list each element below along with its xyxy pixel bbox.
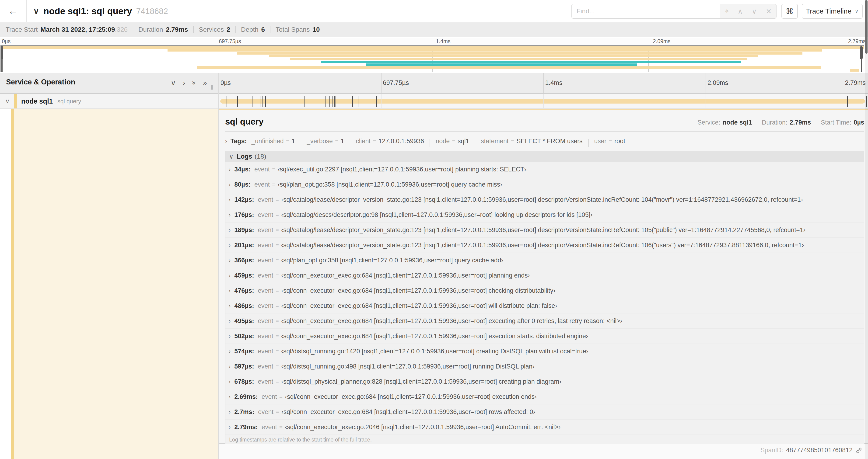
- equals-sign: =: [276, 227, 279, 233]
- logs-footer-note: Log timestamps are relative to the start…: [225, 435, 864, 445]
- find-clear-icon[interactable]: ✕: [766, 7, 772, 15]
- log-timestamp: 189µs:: [234, 226, 254, 234]
- log-event-key: event: [258, 302, 273, 309]
- log-timestamp: 34µs:: [234, 166, 251, 173]
- logs-title: Logs: [237, 153, 252, 160]
- minimap-rows: [1, 46, 864, 72]
- stat-label: Total Spans: [276, 26, 310, 33]
- log-row[interactable]: ›2.69ms:event=‹sql/conn_executor_exec.go…: [225, 389, 864, 404]
- log-row[interactable]: ›2.79ms:event=‹sql/conn_executor_exec.go…: [225, 420, 864, 435]
- tag-item: user=root: [594, 138, 625, 145]
- span-row-track[interactable]: [219, 94, 868, 109]
- minimap-span-bar: [321, 61, 741, 63]
- span-row-label[interactable]: ∨ node sql1 sql query: [0, 94, 218, 109]
- log-event-tick: [252, 96, 252, 107]
- log-row[interactable]: ›678µs:event=‹sql/distsql_physical_plann…: [225, 374, 864, 389]
- equals-sign: =: [276, 302, 279, 309]
- log-event-tick: [336, 96, 336, 107]
- tags-accordion[interactable]: › Tags: _unfinished=1_verbose=1client=12…: [225, 135, 864, 147]
- scrollbar-track[interactable]: [865, 0, 868, 459]
- meta-label: Start Time:: [821, 119, 851, 126]
- log-timestamp: 678µs:: [234, 378, 254, 385]
- trace-title-group[interactable]: ∨ node sql1: sql query 7418682: [33, 0, 168, 22]
- find-next-icon[interactable]: ∨: [751, 7, 757, 15]
- column-resize-handle[interactable]: ‖: [211, 84, 214, 91]
- chevron-right-icon: ›: [229, 287, 230, 294]
- meta-value: 2.79ms: [789, 119, 811, 126]
- chevron-right-icon: ›: [229, 181, 230, 188]
- log-timestamp: 574µs:: [234, 348, 254, 355]
- timeline-tick-label: 1.4ms: [436, 38, 451, 44]
- log-event-value: ‹sql/plan_opt.go:358 [nsql1,client=127.0…: [278, 181, 502, 188]
- view-mode-dropdown[interactable]: Trace Timeline ∨: [802, 4, 863, 19]
- expand-one-icon[interactable]: ›: [183, 79, 185, 87]
- log-row[interactable]: ›201µs:event=‹sql/catalog/lease/descript…: [225, 238, 864, 253]
- stat-value: 10: [312, 26, 320, 33]
- collapse-all-icon[interactable]: »: [190, 81, 198, 85]
- log-row[interactable]: ›574µs:event=‹sql/distsql_running.go:142…: [225, 344, 864, 359]
- detail-row-gutter: [0, 109, 218, 459]
- scrollbar-thumb[interactable]: [865, 0, 868, 54]
- meta-item: Service:node sql1: [698, 119, 752, 126]
- find-prev-icon[interactable]: ∧: [738, 7, 743, 15]
- link-icon[interactable]: [856, 447, 862, 454]
- log-event-tick: [845, 96, 845, 107]
- log-timestamp: 142µs:: [234, 196, 254, 203]
- back-button[interactable]: ←: [0, 0, 27, 22]
- minimap-right-scrubber[interactable]: [861, 46, 862, 72]
- log-row[interactable]: ›486µs:event=‹sql/conn_executor_exec.go:…: [225, 298, 864, 314]
- tag-value: SELECT * FROM users: [516, 138, 582, 145]
- equals-sign: =: [373, 138, 376, 144]
- log-event-key: event: [254, 166, 270, 173]
- panel-divider[interactable]: [218, 73, 219, 459]
- log-row[interactable]: ›476µs:event=‹sql/conn_executor_exec.go:…: [225, 283, 864, 298]
- top-bar: ← ∨ node sql1: sql query 7418682 ⌖ ∧ ∨ ✕…: [0, 0, 868, 22]
- log-row[interactable]: ›80µs:event=‹sql/plan_opt.go:358 [nsql1,…: [225, 177, 864, 192]
- equals-sign: =: [276, 287, 279, 294]
- log-event-tick: [847, 96, 848, 107]
- log-row[interactable]: ›34µs:event=‹sql/exec_util.go:2297 [nsql…: [225, 162, 864, 177]
- detail-divider: [225, 131, 864, 132]
- collapse-trace-icon: ∨: [33, 6, 39, 16]
- tag-value: sql1: [458, 138, 469, 145]
- tag-divider: [430, 139, 430, 147]
- log-event-value: ‹sql/distsql_running.go:1420 [nsql1,clie…: [281, 348, 588, 355]
- stat-label: Depth: [241, 26, 258, 33]
- log-row[interactable]: ›142µs:event=‹sql/catalog/lease/descript…: [225, 192, 864, 207]
- minimap-left-scrubber[interactable]: [1, 46, 3, 72]
- log-event-tick: [304, 96, 305, 107]
- stat-item: Services2: [199, 26, 230, 33]
- span-collapse-icon[interactable]: ∨: [5, 97, 10, 105]
- expand-all-icon[interactable]: »: [203, 79, 207, 87]
- collapse-one-icon[interactable]: ∨: [171, 79, 176, 87]
- minimap-right-grip[interactable]: [860, 46, 863, 59]
- log-row[interactable]: ›502µs:event=‹sql/conn_executor_exec.go:…: [225, 329, 864, 344]
- log-event-key: event: [254, 181, 270, 188]
- timeline-tick-label: 2.79ms: [848, 38, 866, 44]
- log-row[interactable]: ›459µs:event=‹sql/conn_executor_exec.go:…: [225, 268, 864, 283]
- chevron-right-icon: ›: [229, 424, 230, 431]
- find-input[interactable]: [571, 4, 720, 19]
- logs-header[interactable]: ∨ Logs (18): [225, 151, 864, 162]
- log-event-tick: [352, 96, 353, 107]
- log-event-tick: [376, 96, 377, 107]
- log-row[interactable]: ›597µs:event=‹sql/distsql_running.go:498…: [225, 359, 864, 374]
- minimap-left-grip[interactable]: [1, 46, 3, 59]
- find-controls: ⌖ ∧ ∨ ✕: [720, 4, 777, 19]
- timeline-gridline: [381, 94, 381, 108]
- log-row[interactable]: ›176µs:event=‹sql/catalog/descs/descript…: [225, 207, 864, 223]
- minimap-span-bar: [167, 49, 823, 52]
- log-row[interactable]: ›495µs:event=‹sql/conn_executor_exec.go:…: [225, 314, 864, 329]
- minimap-canvas[interactable]: [0, 45, 864, 72]
- tag-divider: [475, 139, 475, 147]
- log-row[interactable]: ›189µs:event=‹sql/catalog/lease/descript…: [225, 223, 864, 238]
- page-title: node sql1: sql query: [43, 6, 132, 16]
- log-row[interactable]: ›2.7ms:event=‹sql/conn_executor_exec.go:…: [225, 404, 864, 420]
- log-row[interactable]: ›366µs:event=‹sql/plan_opt.go:358 [nsql1…: [225, 253, 864, 268]
- log-event-key: event: [258, 408, 274, 416]
- span-detail-title: sql query: [225, 117, 264, 127]
- locate-icon[interactable]: ⌖: [725, 7, 729, 15]
- minimap-span-bar: [197, 66, 820, 69]
- keyboard-shortcuts-button[interactable]: ⌘: [781, 4, 798, 19]
- log-event-key: event: [258, 226, 273, 234]
